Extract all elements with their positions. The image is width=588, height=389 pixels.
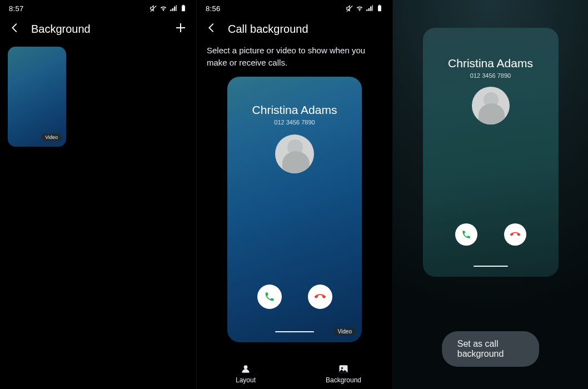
- decline-button[interactable]: [308, 285, 332, 309]
- back-button[interactable]: [206, 22, 218, 36]
- answer-button[interactable]: [257, 285, 282, 309]
- phone-icon: [264, 291, 275, 302]
- answer-button[interactable]: [455, 223, 477, 246]
- signal-icon: [170, 4, 177, 12]
- status-icons: [346, 4, 383, 12]
- call-preview-card[interactable]: Christina Adams 012 3456 7890 Video: [227, 77, 362, 342]
- phone-icon: [461, 230, 471, 240]
- back-icon: [206, 22, 218, 34]
- back-button[interactable]: [9, 22, 21, 36]
- page-title: Call background: [228, 23, 308, 36]
- back-icon: [9, 22, 21, 34]
- add-button[interactable]: [174, 21, 187, 37]
- status-bar: 8:57: [0, 0, 196, 17]
- home-indicator: [275, 331, 314, 332]
- caller-name: Christina Adams: [423, 28, 559, 70]
- call-preview-card: Christina Adams 012 3456 7890: [423, 28, 559, 277]
- svg-point-6: [244, 365, 248, 369]
- battery-icon: [180, 4, 187, 12]
- tab-label: Background: [326, 376, 361, 384]
- phone-hangup-icon: [315, 291, 326, 302]
- image-icon: [338, 363, 349, 375]
- wifi-icon: [356, 4, 363, 12]
- mute-icon: [346, 4, 353, 12]
- screen-call-background-settings: 8:56 Call background Select a picture or…: [196, 0, 392, 389]
- bottom-tabs: Layout Background: [197, 358, 392, 389]
- header: Call background: [197, 17, 392, 41]
- svg-rect-5: [379, 5, 380, 6]
- status-time: 8:56: [206, 4, 221, 13]
- instruction-text: Select a picture or video to show when y…: [197, 41, 392, 69]
- status-bar: 8:56: [197, 0, 392, 17]
- tab-label: Layout: [236, 376, 256, 384]
- video-badge: Video: [333, 327, 356, 336]
- wifi-icon: [160, 4, 167, 12]
- svg-point-8: [341, 367, 343, 368]
- status-icons: [150, 4, 187, 12]
- avatar: [472, 87, 510, 124]
- screen-background-list: 8:57 Background Video: [0, 0, 196, 389]
- tab-background[interactable]: Background: [295, 358, 392, 389]
- decline-button[interactable]: [504, 223, 526, 246]
- phone-hangup-icon: [510, 230, 520, 240]
- video-badge: Video: [41, 133, 62, 141]
- signal-icon: [366, 4, 373, 12]
- caller-name: Christina Adams: [227, 77, 362, 117]
- svg-rect-1: [183, 5, 184, 6]
- call-buttons: [423, 223, 559, 246]
- header: Background: [0, 17, 196, 41]
- caller-number: 012 3456 7890: [227, 119, 362, 126]
- page-title: Background: [31, 23, 91, 36]
- battery-icon: [376, 4, 383, 12]
- screen-set-call-background: Christina Adams 012 3456 7890 Set as cal…: [392, 0, 588, 389]
- plus-icon: [174, 21, 187, 34]
- call-buttons: [227, 285, 362, 309]
- mute-icon: [150, 4, 157, 12]
- background-thumbnail[interactable]: Video: [8, 47, 66, 147]
- set-as-call-background-button[interactable]: Set as call background: [442, 331, 540, 367]
- person-icon: [240, 363, 251, 375]
- avatar: [275, 134, 314, 173]
- svg-rect-0: [182, 6, 185, 12]
- svg-rect-4: [378, 6, 381, 12]
- home-indicator: [474, 266, 508, 267]
- tab-layout[interactable]: Layout: [197, 358, 295, 389]
- status-time: 8:57: [9, 4, 24, 13]
- caller-number: 012 3456 7890: [423, 72, 559, 79]
